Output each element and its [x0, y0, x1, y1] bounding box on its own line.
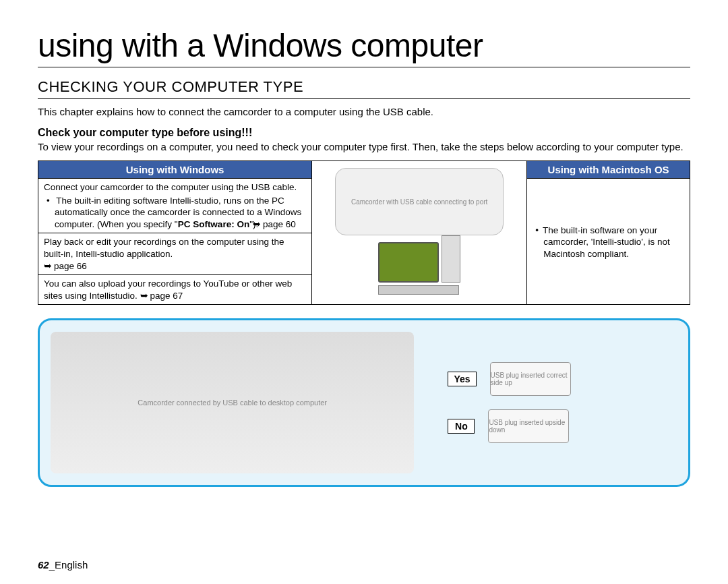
comparison-table: Using with Windows Camcorder with USB ca… — [38, 160, 690, 305]
page-ref-67: page 67 — [140, 290, 183, 302]
tower-icon — [442, 235, 460, 283]
header-mac: Using with Macintosh OS — [527, 161, 690, 179]
section-title: CHECKING YOUR COMPUTER TYPE — [38, 78, 690, 99]
page-ref-66: page 66 — [44, 260, 87, 272]
usb-orientation-yes: Yes USB plug inserted correct side up — [448, 362, 677, 396]
windows-cell-3: You can also upload your recordings to Y… — [38, 275, 312, 305]
windows-bullet-software: The built-in editing software Intelli-st… — [44, 195, 306, 231]
camcorder-to-pc-image: Camcorder connected by USB cable to desk… — [51, 332, 414, 473]
header-windows: Using with Windows — [38, 161, 312, 179]
windows-cell-2: Play back or edit your recordings on the… — [38, 233, 312, 275]
sub-heading: Check your computer type before using!!! — [38, 127, 690, 139]
no-label: No — [448, 419, 475, 434]
windows-cell-1: Connect your camcorder to the computer u… — [38, 179, 312, 233]
monitor-icon — [378, 242, 439, 283]
yes-label: Yes — [448, 372, 476, 386]
page-number: 62 — [38, 559, 49, 571]
mac-cell: The built-in software on your camcorder,… — [527, 179, 690, 305]
page-title: using with a Windows computer — [38, 27, 690, 67]
usb-correct-icon: USB plug inserted correct side up — [490, 362, 571, 396]
page-footer: 62_English — [38, 559, 88, 571]
usb-wrong-icon: USB plug inserted upside down — [488, 409, 569, 443]
chapter-intro: This chapter explains how to connect the… — [38, 106, 690, 117]
desktop-pc-image — [362, 238, 477, 292]
sub-intro: To view your recordings on a computer, y… — [38, 140, 690, 154]
camcorder-usb-image: Camcorder with USB cable connecting to p… — [335, 168, 504, 235]
mac-bullet: The built-in software on your camcorder,… — [533, 225, 684, 260]
usb-orientation-no: No USB plug inserted upside down — [448, 409, 677, 443]
page-language: English — [55, 559, 88, 571]
connection-diagram-panel: Camcorder connected by USB cable to desk… — [38, 318, 690, 487]
keyboard-icon — [378, 285, 459, 295]
page-ref-60: page 60 — [261, 218, 296, 231]
